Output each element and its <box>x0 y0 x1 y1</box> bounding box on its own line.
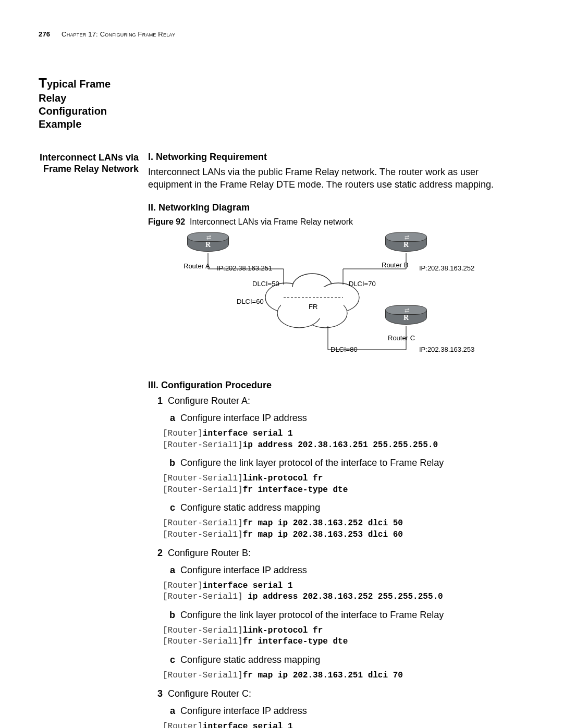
router-c-ip: IP:202.38.163.253 <box>419 346 474 353</box>
procedure-list: 1 Configure Router A: a Configure interf… <box>148 394 524 728</box>
heading-diagram: II. Networking Diagram <box>148 202 524 213</box>
dlci-80: DLCI=80 <box>331 346 358 353</box>
running-header: 276 Chapter 17: Configuring Frame Relay <box>39 30 524 38</box>
code-2b: [Router-Serial1]link-protocol fr [Router… <box>163 625 524 648</box>
step-2b: b Configure the link layer protocol of t… <box>163 608 524 622</box>
step-2c: c Configure static address mapping <box>163 653 524 667</box>
dlci-70: DLCI=70 <box>349 280 376 288</box>
dlci-50: DLCI=50 <box>252 280 279 288</box>
code-1a: [Router]interface serial 1 [Router-Seria… <box>163 428 524 451</box>
step-1a: a Configure interface IP address <box>163 411 524 425</box>
step-2: 2 Configure Router B: <box>148 546 524 560</box>
step-1b: b Configure the link layer protocol of t… <box>163 456 524 470</box>
router-a-icon: R ⇄ <box>187 232 229 254</box>
code-2a: [Router]interface serial 1 [Router-Seria… <box>163 581 524 603</box>
router-a-label: Router A <box>183 262 210 270</box>
fr-label: FR <box>309 303 317 311</box>
heading-requirement: I. Networking Requirement <box>148 152 524 163</box>
dlci-60: DLCI=60 <box>237 298 264 305</box>
figure-caption: Figure 92 Interconnect LANs via Frame Re… <box>148 217 524 227</box>
code-1c: [Router-Serial1]fr map ip 202.38.163.252… <box>163 518 524 540</box>
section-title: Typical Frame Relay Configuration Exampl… <box>39 75 139 131</box>
step-2a: a Configure interface IP address <box>163 563 524 577</box>
router-b-icon: R ⇄ <box>385 232 427 254</box>
router-c-label: Router C <box>388 334 415 342</box>
code-1b: [Router-Serial1]link-protocol fr [Router… <box>163 473 524 496</box>
step-1c: c Configure static address mapping <box>163 501 524 515</box>
chapter-label: Chapter 17: Configuring Frame Relay <box>62 30 175 38</box>
code-3a: [Router]interface serial 1 <box>163 721 524 728</box>
router-b-label: Router B <box>382 261 408 269</box>
router-b-ip: IP:202.38.163.252 <box>419 264 474 272</box>
page-number: 276 <box>39 30 50 38</box>
subsection-title: Interconnect LANs via Frame Relay Networ… <box>39 152 139 175</box>
network-diagram: R ⇄ Router A IP:202.38.163.251 R ⇄ Route… <box>169 230 503 371</box>
heading-procedure: III. Configuration Procedure <box>148 380 524 391</box>
step-1: 1 Configure Router A: <box>148 394 524 408</box>
requirement-body: Interconnect LANs via the public Frame R… <box>148 166 524 191</box>
router-a-ip: IP:202.38.163.251 <box>217 264 272 272</box>
page: 276 Chapter 17: Configuring Frame Relay … <box>0 0 563 728</box>
code-2c: [Router-Serial1]fr map ip 202.38.163.251… <box>163 670 524 682</box>
step-3a: a Configure interface IP address <box>163 704 524 718</box>
router-c-icon: R ⇄ <box>385 305 427 327</box>
step-3: 3 Configure Router C: <box>148 687 524 701</box>
